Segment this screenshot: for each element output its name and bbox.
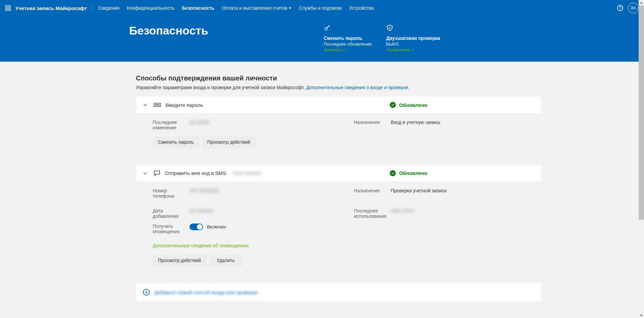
view-activity-button[interactable]: Просмотр действий	[202, 136, 256, 148]
method-header[interactable]: Введите пароль Обновлено	[136, 97, 541, 113]
alerts-toggle[interactable]	[190, 224, 203, 230]
field-label: Последнее изменение	[153, 120, 183, 130]
field-label: Получать оповещения	[153, 224, 183, 234]
help-icon[interactable]: ?	[617, 5, 623, 11]
nav-label: Конфиденциальность	[127, 5, 174, 11]
button-row: Просмотр действий Удалить	[153, 255, 525, 267]
field-label: Дата добавления	[153, 208, 183, 219]
check-circle-icon	[390, 170, 396, 176]
field-value: XX.XXXX	[190, 120, 210, 125]
hero-banner: Безопасность Сменить пароль Последнее об…	[0, 16, 644, 62]
method-header[interactable]: Отправить мне код в SMS XXX XXXXX Обновл…	[136, 165, 541, 182]
section-description: Управляйте параметрами входа и проверки …	[102, 85, 542, 90]
nav-devices[interactable]: Устройства	[349, 5, 374, 11]
nav-label: Оплата и выставление счетов	[222, 5, 287, 11]
top-nav: Сведения Конфиденциальность Безопасность…	[98, 5, 374, 11]
chevron-down-icon	[143, 171, 148, 176]
nav-privacy[interactable]: Конфиденциальность	[127, 5, 174, 11]
scrollbar-thumb[interactable]	[639, 5, 644, 220]
app-launcher-icon[interactable]	[5, 5, 11, 11]
hero-card-two-step: Двухшаговая проверка ВЫКЛ. Управление >	[386, 24, 440, 52]
chevron-down-icon	[143, 103, 148, 107]
brand-title[interactable]: Учетная запись Майкрософт	[15, 5, 92, 11]
global-header: Учетная запись Майкрософт Сведения Конфи…	[0, 0, 644, 16]
key-icon	[324, 24, 373, 33]
nav-services[interactable]: Службы и подписки	[299, 5, 342, 11]
method-body-sms: Номер телефона XXX XXXXXX Назначение Про…	[136, 182, 542, 275]
svg-point-2	[155, 105, 156, 105]
header-right: ? ЭА	[617, 3, 639, 13]
view-activity-button[interactable]: Просмотр действий	[153, 255, 206, 267]
chat-bubble-icon	[154, 170, 160, 176]
toggle-state-label: Включен	[207, 224, 226, 230]
svg-point-0	[325, 27, 327, 30]
check-circle-icon	[390, 102, 396, 108]
field-value: XX.XXXXX	[190, 208, 213, 213]
nav-overview[interactable]: Сведения	[98, 5, 119, 11]
method-card-password: Введите пароль Обновлено	[136, 96, 542, 114]
main-content: Способы подтверждения вашей личности Упр…	[96, 62, 548, 318]
method-card-sms: Отправить мне код в SMS XXX XXXXX Обновл…	[136, 165, 542, 182]
nav-security[interactable]: Безопасность	[182, 5, 214, 11]
method-status: Обновлено	[390, 102, 427, 108]
hero-card-title: Сменить пароль	[324, 36, 373, 41]
field-label: Назначение	[354, 188, 384, 193]
svg-point-4	[159, 105, 159, 105]
chevron-down-icon	[289, 7, 291, 9]
method-body-password: Последнее изменение XX.XXXX Назначение В…	[136, 114, 542, 156]
scrollbar[interactable]	[639, 0, 644, 318]
page-title: Безопасность	[129, 24, 310, 37]
nav-label: Безопасность	[182, 5, 214, 11]
method-title: Введите пароль	[166, 102, 203, 108]
field-value: Вход в учетную запись	[391, 120, 440, 125]
shield-check-icon	[386, 24, 440, 33]
section-desc-text: Управляйте параметрами входа и проверки …	[136, 85, 306, 90]
plus-circle-icon: +	[143, 289, 150, 296]
hero-card-link[interactable]: Изменить >	[324, 47, 373, 52]
button-row: Сменить пароль Просмотр действий	[153, 136, 525, 148]
svg-point-3	[157, 105, 158, 105]
status-text: Обновлено	[399, 102, 427, 108]
avatar[interactable]: ЭА	[628, 3, 639, 13]
hero-card-change-password: Сменить пароль Последнее обновление: Изм…	[324, 24, 373, 52]
status-text: Обновлено	[399, 170, 427, 176]
change-password-button[interactable]: Сменить пароль	[153, 136, 199, 148]
section-desc-link[interactable]: Дополнительные сведения о входе и провер…	[306, 85, 410, 90]
nav-label: Устройства	[349, 5, 374, 11]
nav-label: Службы и подписки	[299, 5, 342, 11]
scrollbar-down-button[interactable]	[639, 313, 644, 318]
method-title: Отправить мне код в SMS	[165, 170, 226, 176]
alerts-info-link[interactable]: Дополнительные сведения об оповещениях	[153, 243, 249, 248]
header-left: Учетная запись Майкрософт Сведения Конфи…	[5, 5, 374, 11]
field-label: Последнее использование	[354, 208, 384, 219]
hero-card-sub: Последнее обновление:	[324, 42, 373, 47]
scrollbar-up-button[interactable]	[639, 0, 644, 5]
add-new-method-label: Добавьте новый способ входа или проверки	[154, 290, 258, 295]
hero-card-sub: ВЫКЛ.	[386, 42, 440, 47]
method-phone-masked: XXX XXXXX	[233, 170, 261, 176]
hero-cards: Сменить пароль Последнее обновление: Изм…	[324, 24, 440, 52]
nav-label: Сведения	[98, 5, 119, 11]
nav-payment[interactable]: Оплата и выставление счетов	[222, 5, 291, 11]
password-dots-icon	[154, 102, 161, 108]
hero-card-title: Двухшаговая проверка	[386, 36, 440, 41]
field-value: XXX XXXXXX	[190, 188, 219, 193]
hero-card-link[interactable]: Управление >	[386, 47, 440, 52]
method-status: Обновлено	[390, 170, 427, 176]
field-label: Назначение	[354, 120, 384, 125]
delete-button[interactable]: Удалить	[209, 255, 243, 267]
field-value: XXX XXXX	[391, 208, 414, 213]
field-label: Номер телефона	[153, 188, 183, 199]
field-value: Проверка учетной записи	[391, 188, 446, 193]
add-new-method[interactable]: + Добавьте новый способ входа или провер…	[136, 282, 542, 302]
section-title: Способы подтверждения вашей личности	[102, 74, 542, 82]
